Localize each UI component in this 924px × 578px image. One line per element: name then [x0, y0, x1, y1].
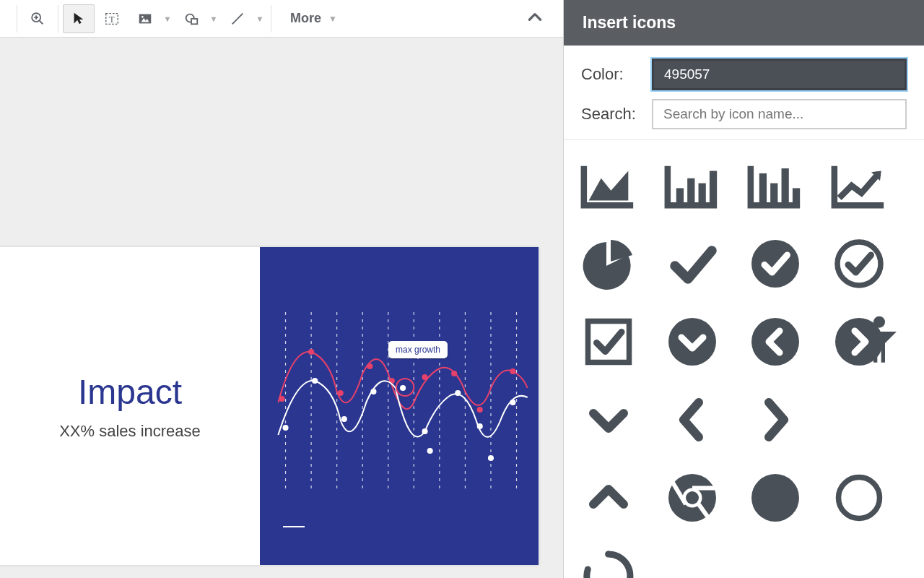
toolbar-separator — [58, 5, 58, 33]
text-tool-button[interactable]: T — [96, 4, 128, 33]
check-icon[interactable] — [661, 238, 724, 289]
svg-rect-44 — [687, 178, 694, 203]
person-arms-icon[interactable] — [847, 315, 911, 366]
svg-point-55 — [751, 318, 799, 366]
collapse-toolbar-button[interactable] — [526, 8, 544, 30]
checkbox-icon[interactable] — [577, 316, 640, 367]
svg-point-39 — [477, 423, 483, 429]
svg-rect-49 — [782, 168, 789, 203]
line-chart-up-icon[interactable] — [827, 160, 891, 211]
pointer-icon — [71, 11, 87, 27]
svg-point-35 — [400, 385, 406, 391]
area-chart-icon[interactable] — [577, 160, 640, 211]
bar-chart-alt-icon[interactable] — [744, 160, 807, 211]
toolbar-separator-2 — [271, 5, 271, 33]
svg-point-52 — [837, 242, 881, 285]
svg-point-28 — [451, 371, 457, 376]
svg-point-40 — [488, 455, 494, 461]
chevron-down-circle-icon[interactable] — [661, 316, 724, 367]
search-label: Search: — [581, 105, 637, 124]
line-dropdown-caret[interactable]: ▼ — [253, 14, 266, 23]
insert-icons-panel: Insert icons Color: Search: — [563, 0, 924, 578]
svg-rect-45 — [698, 184, 705, 203]
canvas-area[interactable]: Impact XX% sales increase — [0, 38, 563, 578]
chart-legend-line — [283, 526, 305, 527]
svg-point-33 — [341, 416, 347, 422]
chevron-left-circle-icon[interactable] — [744, 316, 807, 367]
toolbar: T ▼ ▼ ▼ M — [0, 0, 563, 38]
text-box-icon: T — [104, 11, 120, 27]
pie-chart-icon[interactable] — [577, 238, 640, 289]
image-tool-button[interactable] — [129, 4, 161, 33]
color-label: Color: — [581, 65, 637, 84]
slide-chart: max growth — [260, 247, 539, 565]
shape-tool-button[interactable] — [175, 4, 207, 33]
image-dropdown-caret[interactable]: ▼ — [161, 14, 174, 23]
svg-point-29 — [477, 407, 483, 413]
more-label: More — [290, 11, 321, 26]
svg-text:T: T — [109, 14, 115, 24]
svg-rect-48 — [770, 184, 777, 203]
svg-point-62 — [838, 478, 879, 519]
svg-rect-10 — [191, 19, 197, 24]
toolbar-leftfrag-button[interactable] — [4, 4, 17, 33]
svg-point-23 — [308, 349, 314, 355]
svg-point-57 — [873, 316, 885, 328]
chevron-up-icon[interactable] — [577, 473, 640, 523]
svg-point-24 — [338, 390, 344, 396]
color-input[interactable] — [652, 59, 907, 90]
svg-point-37 — [427, 448, 433, 454]
svg-point-38 — [455, 390, 461, 396]
shape-dropdown-caret[interactable]: ▼ — [207, 14, 220, 23]
chrome-icon[interactable] — [661, 473, 724, 523]
svg-point-25 — [367, 363, 372, 369]
line-tool-button[interactable] — [222, 4, 253, 33]
shape-icon — [183, 11, 199, 27]
select-tool-button[interactable] — [63, 4, 95, 33]
chevron-left-icon[interactable] — [661, 394, 724, 445]
svg-rect-43 — [676, 188, 683, 203]
svg-point-34 — [370, 389, 376, 394]
svg-point-51 — [751, 240, 799, 288]
circle-solid-icon[interactable] — [744, 473, 807, 523]
slide[interactable]: Impact XX% sales increase — [0, 247, 539, 565]
svg-point-41 — [510, 400, 515, 405]
svg-point-31 — [282, 425, 288, 431]
svg-point-61 — [751, 474, 799, 522]
svg-point-36 — [422, 428, 427, 434]
line-icon — [230, 11, 245, 27]
chevron-down-icon[interactable] — [577, 394, 640, 445]
svg-point-22 — [279, 396, 284, 402]
circle-outline-icon[interactable] — [827, 473, 891, 523]
chart-callout: max growth — [388, 341, 448, 358]
svg-point-60 — [686, 491, 699, 504]
slide-title: Impact — [78, 372, 182, 412]
search-input[interactable] — [652, 99, 907, 129]
svg-point-27 — [422, 374, 427, 380]
svg-rect-46 — [710, 171, 717, 203]
chevron-up-icon — [526, 8, 544, 27]
svg-point-8 — [141, 15, 144, 17]
chevron-right-icon[interactable] — [744, 394, 807, 445]
circle-notch-icon[interactable] — [577, 551, 640, 578]
svg-point-32 — [312, 378, 318, 384]
more-menu-button[interactable]: More ▼ — [284, 11, 343, 26]
svg-rect-50 — [793, 188, 800, 203]
chevron-down-icon: ▼ — [328, 14, 337, 24]
icon-grid — [564, 140, 924, 578]
zoom-in-button[interactable] — [22, 4, 53, 33]
check-circle-outline-icon[interactable] — [827, 238, 891, 289]
svg-line-1 — [40, 20, 43, 24]
panel-title: Insert icons — [564, 0, 924, 46]
svg-rect-47 — [759, 173, 767, 203]
zoom-in-icon — [30, 11, 45, 27]
slide-subtitle: XX% sales increase — [59, 422, 201, 441]
bar-chart-icon[interactable] — [661, 160, 724, 211]
svg-point-30 — [510, 368, 515, 374]
check-circle-solid-icon[interactable] — [744, 238, 807, 289]
image-icon — [137, 11, 153, 27]
svg-line-11 — [232, 13, 243, 24]
svg-point-54 — [668, 318, 716, 366]
